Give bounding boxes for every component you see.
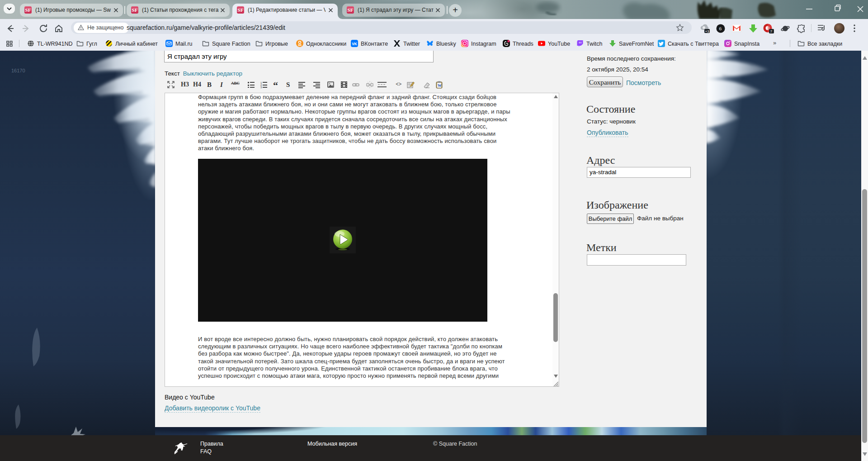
svg-text:+3: +3 — [705, 29, 710, 33]
svg-text:3: 3 — [260, 86, 262, 88]
svg-text:W: W — [438, 83, 442, 88]
svg-text:7: 7 — [770, 29, 773, 33]
svg-text:6: 6 — [719, 26, 722, 31]
svg-text:VK: VK — [352, 42, 358, 46]
